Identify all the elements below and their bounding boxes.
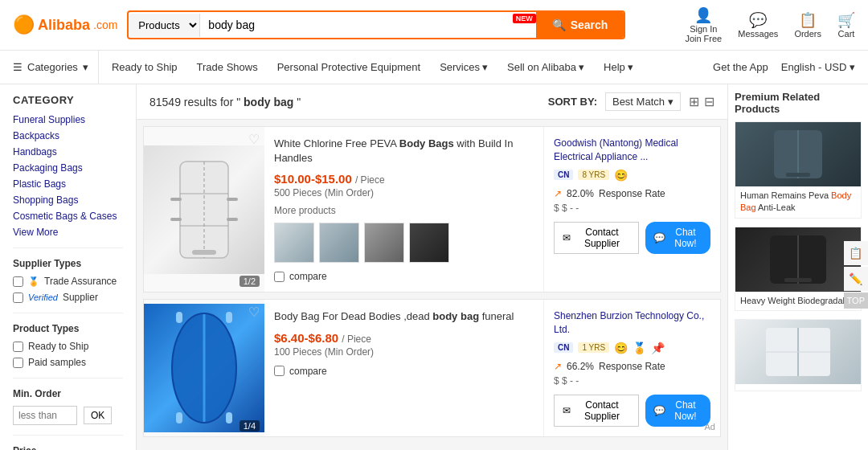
premium-item-3[interactable] xyxy=(735,319,862,391)
sidebar-link-funeral[interactable]: Funeral Supplies xyxy=(13,114,123,125)
search-category-select[interactable]: Products xyxy=(129,14,200,37)
new-badge: NEW xyxy=(513,14,536,23)
product-info-1: White Chlorine Free PEVA Body Bags with … xyxy=(264,127,543,292)
svg-rect-12 xyxy=(176,312,182,323)
product-image-1[interactable] xyxy=(144,145,264,274)
top-button[interactable]: TOP xyxy=(844,292,868,309)
search-button[interactable]: 🔍 Search xyxy=(536,12,624,38)
product-list: 1/2 ♡ White Chlorine Free PEVA Body Bags… xyxy=(137,120,727,444)
nav-ready-to-ship[interactable]: Ready to Ship xyxy=(112,61,178,73)
response-rate-1: ↗ 82.0% Response Rate xyxy=(554,188,710,199)
orders-link[interactable]: 📋 Orders xyxy=(794,11,821,39)
user-icon: 👤 xyxy=(694,6,712,24)
sidebar-link-view-more[interactable]: View More xyxy=(13,227,123,238)
price-range-1: $10.00-$15.00 / Piece xyxy=(274,172,534,186)
compare-checkbox-2[interactable] xyxy=(274,366,285,376)
body-bag-svg-1 xyxy=(164,153,244,266)
product-image-2[interactable] xyxy=(144,304,264,432)
logo[interactable]: 🟠 Alibaba .com xyxy=(13,14,117,35)
cart-icon: 🛒 xyxy=(837,11,855,29)
sidebar-link-packaging[interactable]: Packaging Bags xyxy=(13,162,123,174)
search-input[interactable] xyxy=(200,13,512,37)
premium-svg-3 xyxy=(762,324,834,380)
hamburger-icon: ☰ xyxy=(13,61,23,73)
thumbnail-1-4[interactable] xyxy=(409,223,449,263)
chevron-down-icon: ▾ xyxy=(668,96,674,108)
supplier-types-title: Supplier Types xyxy=(13,258,123,269)
nav-services[interactable]: Services ▾ xyxy=(440,61,488,73)
supplier-name-1[interactable]: Goodwish (Nantong) Medical Electrical Ap… xyxy=(554,137,710,164)
categories-menu[interactable]: ☰ Categories ▾ xyxy=(13,51,99,84)
envelope-icon-2: ✉ xyxy=(563,405,571,416)
side-tool-1[interactable]: 📋 xyxy=(844,241,868,265)
min-order-row: OK xyxy=(13,406,123,425)
logo-com: .com xyxy=(93,18,117,31)
main-layout: CATEGORY Funeral Supplies Backpacks Hand… xyxy=(0,84,868,450)
grid-view-icon[interactable]: ⊞ xyxy=(689,94,699,109)
nav-sell[interactable]: Sell on Alibaba ▾ xyxy=(507,61,584,73)
sidebar-divider-3 xyxy=(13,378,123,378)
get-app-link[interactable]: Get the App xyxy=(713,61,768,73)
results-header: 81549 results for " body bag " SORT BY: … xyxy=(137,84,727,120)
chevron-down-icon: ▾ xyxy=(579,61,584,73)
svg-rect-6 xyxy=(227,198,238,201)
origin-tag-2: CN xyxy=(554,342,573,353)
ready-to-ship-checkbox[interactable] xyxy=(13,342,23,352)
price-range-2: $6.40-$6.80 / Piece xyxy=(274,331,534,345)
messages-link[interactable]: 💬 Messages xyxy=(738,11,778,39)
compare-checkbox-1[interactable] xyxy=(274,272,285,282)
supplier-name-2[interactable]: Shenzhen Burzion Technology Co., Ltd. xyxy=(554,309,710,337)
wishlist-button-1[interactable]: ♡ xyxy=(248,132,260,147)
nav-help[interactable]: Help ▾ xyxy=(604,61,633,73)
sidebar-link-cosmetic[interactable]: Cosmetic Bags & Cases xyxy=(13,211,123,222)
compare-row-2: compare xyxy=(274,366,534,377)
wishlist-button-2[interactable]: ♡ xyxy=(248,305,260,320)
nav-trade-shows[interactable]: Trade Shows xyxy=(197,61,258,73)
years-tag-1: 8 YRS xyxy=(578,170,609,180)
sidebar-link-backpacks[interactable]: Backpacks xyxy=(13,130,123,141)
compare-row-1: compare xyxy=(274,271,534,282)
trade-assurance-checkbox[interactable] xyxy=(13,276,23,287)
nav-right: Get the App English - USD ▾ xyxy=(713,61,855,73)
chat-now-button-1[interactable]: 💬 Chat Now! xyxy=(645,222,710,254)
supplier-col-2: Shenzhen Burzion Technology Co., Ltd. CN… xyxy=(543,300,720,436)
sidebar-link-shopping[interactable]: Shopping Bags xyxy=(13,194,123,206)
sign-in-link[interactable]: 👤 Sign In Join Free xyxy=(685,6,722,43)
thumbnail-1-1[interactable] xyxy=(274,223,314,263)
sort-label: SORT BY: xyxy=(548,96,597,108)
sidebar-link-handbags[interactable]: Handbags xyxy=(13,146,123,158)
list-view-icon[interactable]: ⊟ xyxy=(704,94,714,109)
chat-now-button-2[interactable]: 💬 Chat Now! xyxy=(645,395,710,427)
verified-supplier-checkbox-row: Verified Supplier xyxy=(13,292,123,303)
verified-supplier-checkbox[interactable] xyxy=(13,292,23,303)
svg-rect-8 xyxy=(227,218,238,221)
navbar: ☰ Categories ▾ Ready to Ship Trade Shows… xyxy=(0,51,868,84)
min-order-ok-button[interactable]: OK xyxy=(84,407,112,424)
content-area: 81549 results for " body bag " SORT BY: … xyxy=(137,84,727,450)
side-tool-2[interactable]: ✏️ xyxy=(844,267,868,291)
min-order-input[interactable] xyxy=(13,406,77,425)
contact-supplier-button-2[interactable]: ✉ Contact Supplier xyxy=(554,395,639,427)
premium-desc-1: Human Remains Peva Body Bag Anti-Leak xyxy=(735,186,861,218)
response-icon: ↗ xyxy=(554,188,562,199)
logo-text: Alibaba xyxy=(38,17,90,34)
svg-rect-15 xyxy=(226,412,232,423)
contact-supplier-button-1[interactable]: ✉ Contact Supplier xyxy=(554,222,639,254)
sort-bar: SORT BY: Best Match ▾ ⊞ ⊟ xyxy=(548,92,714,111)
thumbnail-1-3[interactable] xyxy=(364,223,404,263)
premium-title: Premium Related Products xyxy=(735,91,862,115)
premium-item-2[interactable]: Heavy Weight Biodegradable xyxy=(735,227,862,311)
paid-samples-checkbox[interactable] xyxy=(13,358,23,368)
premium-image-2 xyxy=(735,227,861,292)
supplier-badge-1: 😊 xyxy=(614,169,628,182)
sidebar-divider-1 xyxy=(13,248,123,248)
sort-select[interactable]: Best Match ▾ xyxy=(605,92,681,111)
language-selector[interactable]: English - USD ▾ xyxy=(781,61,855,73)
thumbnail-1-2[interactable] xyxy=(319,223,359,263)
premium-item-1[interactable]: Human Remains Peva Body Bag Anti-Leak xyxy=(735,121,862,219)
nav-ppe[interactable]: Personal Protective Equipment xyxy=(277,61,420,73)
sidebar-link-plastic[interactable]: Plastic Bags xyxy=(13,178,123,190)
side-tools: 📋 ✏️ TOP xyxy=(844,241,868,309)
cart-link[interactable]: 🛒 Cart xyxy=(837,11,855,39)
origin-tag-1: CN xyxy=(554,170,573,180)
